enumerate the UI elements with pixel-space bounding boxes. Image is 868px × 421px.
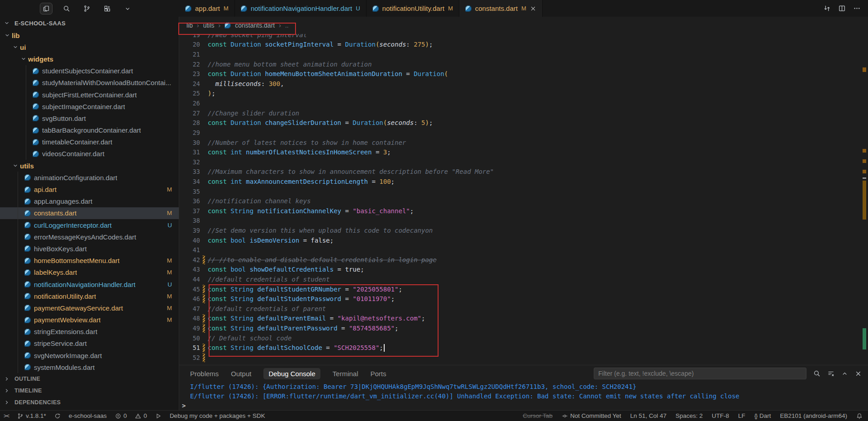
code-line[interactable]: 51const String defaultSchoolCode = "SCH2…	[179, 343, 862, 353]
status-remote-indicator[interactable]: ><	[4, 413, 9, 419]
tree-file-api.dart[interactable]: api.dartM	[0, 183, 179, 195]
status-language-mode[interactable]: {}Dart	[754, 412, 771, 419]
debug-console-output[interactable]: I/flutter (17426): {Authorization: Beare…	[179, 382, 868, 410]
tree-file-videosContainer.dart[interactable]: videosContainer.dart	[0, 148, 179, 160]
section-outline[interactable]: OUTLINE	[0, 373, 179, 385]
status-indentation[interactable]: Spaces: 2	[676, 412, 703, 419]
code-line[interactable]: 37const String notificationChannelKey = …	[179, 206, 862, 216]
tree-file-subjectFirstLetterContainer.dart[interactable]: subjectFirstLetterContainer.dart	[0, 89, 179, 100]
tree-file-stripeService.dart[interactable]: stripeService.dart	[0, 338, 179, 349]
console-filter-input[interactable]	[594, 368, 806, 379]
explorer-root[interactable]: E-SCHOOL-SAAS	[0, 17, 179, 29]
code-line[interactable]: 32	[179, 157, 862, 167]
code-line[interactable]: 47//default credentials of parent	[179, 304, 862, 314]
tree-folder-utils[interactable]: utils	[0, 160, 179, 172]
code-line[interactable]: 29	[179, 128, 862, 138]
code-line[interactable]: 30//Number of latest notices to show in …	[179, 138, 862, 148]
panel-tab-problems[interactable]: Problems	[190, 368, 219, 379]
tree-file-paymentGatewayService.dart[interactable]: paymentGatewayService.dartM	[0, 302, 179, 314]
clear-filter-icon[interactable]	[827, 370, 835, 377]
status-cursor-position[interactable]: Ln 51, Col 47	[630, 412, 667, 419]
search-icon[interactable]	[813, 370, 820, 377]
code-line[interactable]: 38	[179, 216, 862, 226]
code-line[interactable]: 49const String defaultParentPassword = "…	[179, 323, 862, 333]
close-tab-icon[interactable]	[530, 5, 536, 12]
code-line[interactable]: 41	[179, 245, 862, 255]
tree-file-notificationUtility.dart[interactable]: notificationUtility.dartM	[0, 290, 179, 302]
tree-file-constants.dart[interactable]: constants.dartM	[0, 207, 179, 219]
code-line[interactable]: 31const int numberOfLatestNoticesInHomeS…	[179, 147, 862, 157]
status-problems-warnings[interactable]: 0	[135, 412, 147, 419]
tab-app.dart[interactable]: app.dartM	[179, 0, 235, 17]
code-line[interactable]: 43const bool showDefaultCredentials = tr…	[179, 265, 862, 275]
code-line[interactable]: 39//Set demo version this when upload th…	[179, 225, 862, 235]
panel-tab-debug-console[interactable]: Debug Console	[263, 368, 320, 379]
tree-file-curlLoggerInterceptor.dart[interactable]: curlLoggerInterceptor.dartU	[0, 219, 179, 231]
section-dependencies[interactable]: DEPENDENCIES	[0, 397, 179, 408]
status-eol-sequence[interactable]: LF	[738, 412, 745, 419]
tree-file-studentSubjectsContainer.dart[interactable]: studentSubjectsContainer.dart	[0, 65, 179, 77]
tab-notificationNavigationHandler.dart[interactable]: notificationNavigationHandler.dartU	[235, 0, 367, 17]
code-line[interactable]: 40const bool isDemoVersion = false;	[179, 235, 862, 245]
code-line[interactable]: 33//Maximum characters to show in announ…	[179, 167, 862, 177]
console-prompt[interactable]: >	[182, 402, 868, 410]
section-timeline[interactable]: TIMELINE	[0, 385, 179, 397]
more-actions-icon[interactable]	[853, 5, 861, 12]
tree-folder-ui[interactable]: ui	[0, 41, 179, 53]
breadcrumb-item-utils[interactable]: utils	[203, 22, 215, 29]
status-git-commit-status[interactable]: Not Committed Yet	[562, 412, 621, 419]
tree-file-homeBottomsheetMenu.dart[interactable]: homeBottomsheetMenu.dartM	[0, 255, 179, 267]
code-line[interactable]: 23const Duration homeMenuBottomSheetAnim…	[179, 69, 862, 79]
tree-file-studyMaterialWithDownloadButtonContai...[interactable]: studyMaterialWithDownloadButtonContai...	[0, 77, 179, 89]
search-icon[interactable]	[60, 3, 73, 14]
tree-folder-lib[interactable]: lib	[0, 29, 179, 41]
code-line[interactable]: 34const int maxAnnouncementDescriptionLe…	[179, 177, 862, 187]
code-line[interactable]: 46const String defaultStudentPassword = …	[179, 294, 862, 304]
code-line[interactable]: 42// //to enable and disable default cre…	[179, 255, 862, 265]
panel-tab-terminal[interactable]: Terminal	[333, 368, 358, 379]
tree-file-svgNetworkImage.dart[interactable]: svgNetworkImage.dart	[0, 349, 179, 361]
chevron-down-icon[interactable]	[121, 3, 134, 14]
extensions-icon[interactable]	[101, 3, 114, 14]
status-debug-launch-config[interactable]: Debug my code + packages + SDK	[170, 412, 265, 419]
status-target-device[interactable]: EB2101 (android-arm64)	[780, 412, 847, 419]
code-line[interactable]: 44//default credentials of student	[179, 274, 862, 284]
compare-changes-icon[interactable]	[823, 5, 831, 12]
breadcrumb-item-..[interactable]: ..	[285, 22, 289, 29]
tree-file-systemModules.dart[interactable]: systemModules.dart	[0, 361, 179, 373]
tree-file-subjectImageContainer.dart[interactable]: subjectImageContainer.dart	[0, 100, 179, 112]
code-line[interactable]: 50// Default school code	[179, 333, 862, 343]
code-line[interactable]: 48const String defaultParentEmail = "kap…	[179, 314, 862, 324]
tree-file-labelKeys.dart[interactable]: labelKeys.dartM	[0, 267, 179, 278]
status-project-name[interactable]: e-school-saas	[69, 412, 107, 419]
overview-ruler[interactable]	[863, 18, 867, 364]
panel-tab-output[interactable]: Output	[231, 368, 251, 379]
status-notifications-bell[interactable]	[856, 413, 863, 419]
code-line[interactable]: 28const Duration changeSliderDuration = …	[179, 118, 862, 128]
code-line[interactable]: 24 milliseconds: 300,	[179, 79, 862, 89]
code-line[interactable]: 20const Duration socketPingInterval = Du…	[179, 40, 862, 50]
status-debug-indicator[interactable]	[155, 413, 162, 419]
tree-file-svgButton.dart[interactable]: svgButton.dart	[0, 112, 179, 124]
files-icon[interactable]	[40, 3, 52, 14]
breadcrumb-item-lib[interactable]: lib	[186, 22, 193, 29]
code-line[interactable]: 45const String defaultStudentGRNumber = …	[179, 284, 862, 294]
tree-file-tabBarBackgroundContainer.dart[interactable]: tabBarBackgroundContainer.dart	[0, 124, 179, 136]
tab-constants.dart[interactable]: constants.dartM	[459, 0, 543, 17]
code-line[interactable]: 21	[179, 49, 862, 59]
tree-file-errorMessageKeysAndCodes.dart[interactable]: errorMessageKeysAndCodes.dart	[0, 231, 179, 243]
breadcrumb-item-constants.dart[interactable]: constants.dart	[235, 22, 275, 29]
tree-file-paymentWebview.dart[interactable]: paymentWebview.dartM	[0, 314, 179, 326]
code-editor[interactable]: 19//web socket ping interval20const Dura…	[179, 30, 862, 363]
chevron-up-icon[interactable]	[841, 370, 848, 377]
code-line[interactable]: 26	[179, 98, 862, 108]
split-editor-icon[interactable]	[838, 5, 846, 12]
code-line[interactable]: 22//home menu bottom sheet animation dur…	[179, 59, 862, 69]
tree-file-animationConfiguration.dart[interactable]: animationConfiguration.dart	[0, 172, 179, 183]
panel-tab-ports[interactable]: Ports	[370, 368, 386, 379]
tree-file-hiveBoxKeys.dart[interactable]: hiveBoxKeys.dart	[0, 243, 179, 254]
close-panel-icon[interactable]	[855, 370, 862, 377]
tree-file-notificationNavigationHandler.dart[interactable]: notificationNavigationHandler.dartU	[0, 278, 179, 290]
status-problems-errors[interactable]: 0	[115, 412, 127, 419]
code-line[interactable]: 25);	[179, 89, 862, 99]
